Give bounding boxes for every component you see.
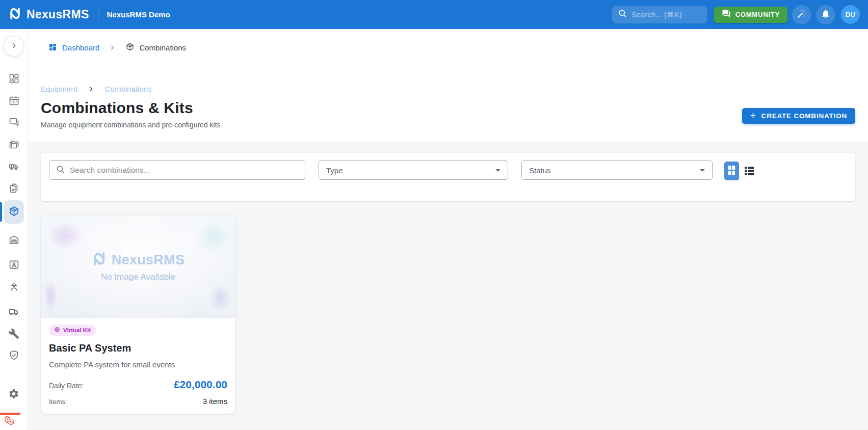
sidebar-item-crew[interactable] — [3, 277, 25, 299]
sidebar-item-warehouse[interactable] — [3, 230, 25, 252]
items-row: Items: 3 items — [49, 397, 227, 406]
dashboard-icon — [8, 73, 20, 87]
calendar-icon — [8, 95, 20, 109]
globe-icon — [54, 327, 60, 334]
combinations-search[interactable] — [49, 160, 305, 180]
combination-card[interactable]: NexusRMS No Image Available Virtual Kit … — [41, 216, 235, 414]
status-select[interactable]: Status — [521, 160, 713, 180]
no-image-text: No Image Available — [101, 272, 175, 282]
chevron-right-icon — [109, 44, 116, 51]
bell-icon — [821, 9, 831, 20]
section-breadcrumb: Equipment Combinations — [41, 66, 868, 93]
app-header: NexusRMS NexusRMS Demo COMMUNITY — [0, 0, 868, 29]
debugbar-divider — [0, 413, 20, 415]
daily-rate-label: Daily Rate: — [49, 382, 84, 390]
sidebar-item-compliance[interactable] — [3, 345, 25, 367]
contact-badge-icon — [8, 259, 20, 273]
status-select-value: Status — [529, 166, 551, 175]
magic-wand-icon — [797, 9, 807, 20]
combinations-search-input[interactable] — [70, 166, 299, 175]
global-search-input[interactable] — [632, 10, 701, 19]
dashboard-icon — [48, 43, 57, 53]
sidebar-nav — [3, 69, 25, 406]
laravel-logo-icon[interactable] — [4, 415, 15, 428]
section-breadcrumb-combinations[interactable]: Combinations — [105, 85, 152, 93]
header-divider — [98, 8, 98, 21]
flatbed-truck-icon — [8, 160, 20, 174]
sidebar-item-messages[interactable] — [3, 113, 25, 135]
sidebar-item-settings[interactable] — [3, 384, 25, 406]
sidebar-item-contacts[interactable] — [3, 255, 25, 277]
breadcrumb: Dashboard Combinations — [28, 29, 868, 66]
documents-icon — [8, 182, 20, 196]
nexus-logo-icon — [8, 7, 22, 22]
warehouse-icon — [8, 234, 20, 248]
workspace-title: NexusRMS Demo — [107, 10, 170, 19]
folders-icon — [8, 139, 20, 152]
create-combination-label: CREATE COMBINATION — [761, 112, 847, 120]
sidebar-item-documents[interactable] — [3, 178, 25, 200]
daily-rate-row: Daily Rate: £20,000.00 — [49, 379, 227, 391]
list-view-icon — [743, 165, 755, 178]
forum-icon — [722, 9, 731, 20]
items-label: Items: — [49, 398, 67, 406]
shield-check-icon — [8, 350, 20, 363]
plus-icon: + — [750, 110, 756, 121]
sidebar-item-combinations[interactable] — [4, 200, 24, 224]
worker-icon — [8, 281, 20, 294]
breadcrumb-dashboard[interactable]: Dashboard — [48, 43, 99, 53]
whats-new-button[interactable] — [792, 5, 811, 24]
content-area: Type Status — [28, 142, 868, 414]
sidebar-item-projects[interactable] — [3, 135, 25, 156]
items-value: 3 items — [203, 397, 227, 406]
delivery-van-icon — [8, 306, 20, 319]
chat-icon — [8, 117, 20, 130]
page-header: Equipment Combinations Combinations & Ki… — [28, 66, 868, 142]
card-body: Virtual Kit Basic PA System Complete PA … — [41, 318, 235, 414]
list-view-button[interactable] — [743, 165, 756, 178]
sidebar-item-logistics[interactable] — [3, 156, 25, 178]
main-area: Dashboard Combinations Equipment Combina… — [28, 29, 868, 430]
create-combination-button[interactable]: + CREATE COMBINATION — [742, 108, 855, 124]
search-icon — [618, 9, 627, 20]
grid-view-button[interactable] — [724, 162, 739, 180]
package-icon — [125, 42, 135, 53]
brand-logo[interactable]: NexusRMS — [8, 7, 89, 22]
breadcrumb-combinations: Combinations — [125, 42, 186, 53]
card-image-placeholder: NexusRMS No Image Available — [41, 216, 235, 318]
grid-view-icon — [727, 164, 737, 178]
chevron-right-icon — [88, 86, 94, 92]
view-mode-toggle — [724, 160, 756, 180]
breadcrumb-label: Dashboard — [62, 43, 99, 52]
type-select[interactable]: Type — [319, 160, 508, 180]
chevron-down-icon — [495, 169, 501, 172]
global-search[interactable] — [612, 6, 707, 23]
section-breadcrumb-equipment[interactable]: Equipment — [41, 85, 77, 93]
brand-name: NexusRMS — [27, 8, 89, 21]
gear-icon — [8, 388, 19, 401]
package-icon — [8, 205, 20, 219]
breadcrumb-label: Combinations — [139, 43, 186, 52]
chevron-down-icon — [700, 169, 705, 172]
virtual-kit-badge: Virtual Kit — [49, 325, 96, 336]
nexus-logo-icon — [92, 251, 107, 268]
placeholder-brand: NexusRMS — [92, 251, 185, 268]
sidebar-item-calendar[interactable] — [3, 91, 25, 113]
badge-label: Virtual Kit — [63, 327, 91, 333]
sidebar-item-maintenance[interactable] — [3, 324, 25, 345]
notifications-button[interactable] — [816, 5, 835, 24]
chevron-right-icon — [10, 42, 18, 51]
sidebar-item-dashboard[interactable] — [3, 69, 25, 91]
community-label: COMMUNITY — [735, 11, 780, 18]
user-avatar[interactable]: DU — [841, 5, 860, 24]
sidebar-expand-button[interactable] — [4, 36, 24, 57]
card-description: Complete PA system for small events — [49, 360, 227, 369]
community-button[interactable]: COMMUNITY — [714, 7, 787, 23]
card-title: Basic PA System — [49, 342, 227, 354]
wrench-icon — [8, 328, 19, 341]
sidebar — [0, 29, 28, 430]
filter-bar: Type Status — [41, 153, 855, 201]
sidebar-item-transport[interactable] — [3, 302, 25, 324]
daily-rate-value: £20,000.00 — [174, 379, 227, 391]
placeholder-brand-text: NexusRMS — [112, 252, 185, 268]
